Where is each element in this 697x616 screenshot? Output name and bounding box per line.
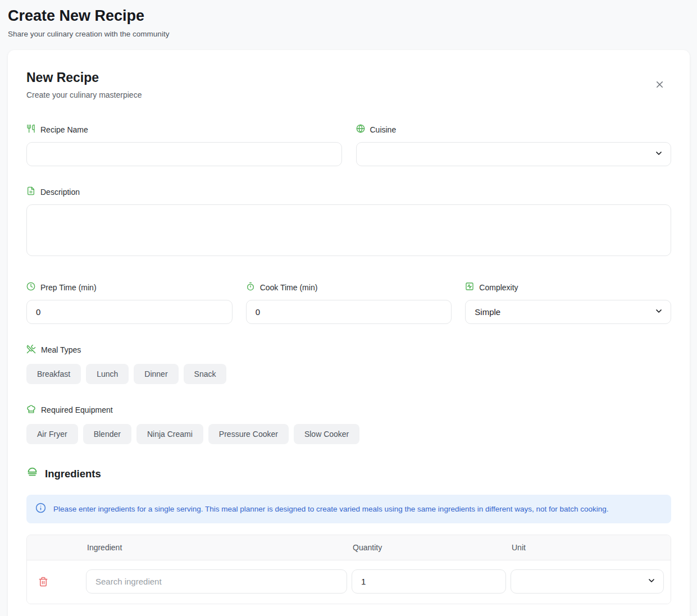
ingredients-heading: Ingredients: [26, 467, 671, 481]
equipment-air-fryer-button[interactable]: Air Fryer: [26, 424, 78, 444]
cook-time-input[interactable]: [246, 300, 452, 324]
document-icon: [26, 186, 35, 197]
prep-time-input[interactable]: [26, 300, 233, 324]
ingredients-info-banner: Please enter ingredients for a single se…: [26, 495, 671, 523]
column-header-unit: Unit: [511, 543, 671, 552]
equipment-buttons: Air Fryer Blender Ninja Creami Pressure …: [26, 424, 671, 444]
page-title: Create New Recipe: [8, 7, 689, 25]
column-header-ingredient: Ingredient: [86, 543, 352, 552]
ingredient-quantity-input[interactable]: [352, 569, 506, 594]
recipe-name-input[interactable]: [26, 142, 342, 166]
equipment-label: Required Equipment: [26, 404, 671, 416]
ingredients-table-header: Ingredient Quantity Unit: [27, 535, 671, 560]
trash-icon: [38, 580, 48, 588]
globe-icon: [356, 124, 365, 135]
info-icon: [35, 503, 46, 515]
salad-icon: [26, 467, 38, 481]
meal-type-lunch-button[interactable]: Lunch: [86, 364, 129, 384]
equipment-ninja-creami-button[interactable]: Ninja Creami: [136, 424, 203, 444]
clock-icon: [26, 282, 35, 293]
utensils-icon: [26, 124, 35, 135]
equipment-slow-cooker-button[interactable]: Slow Cooker: [294, 424, 359, 444]
cuisine-select[interactable]: [356, 142, 672, 166]
cook-time-group: Cook Time (min): [246, 282, 452, 324]
meal-types-label: Meal Types: [26, 344, 671, 355]
page-subtitle: Share your culinary creation with the co…: [8, 30, 689, 38]
utensils-crossed-icon: [26, 344, 36, 355]
meal-type-dinner-button[interactable]: Dinner: [134, 364, 178, 384]
cuisine-group: Cuisine: [356, 124, 672, 166]
prep-time-label: Prep Time (min): [26, 282, 233, 293]
close-icon: [654, 83, 665, 92]
close-button[interactable]: [653, 78, 666, 91]
delete-ingredient-button[interactable]: [37, 576, 49, 588]
ingredient-search-input[interactable]: [86, 569, 347, 594]
meal-type-snack-button[interactable]: Snack: [184, 364, 227, 384]
description-label: Description: [26, 186, 671, 197]
card-subtitle: Create your culinary masterpiece: [26, 90, 671, 99]
activity-icon: [465, 282, 474, 293]
chevron-down-icon: [647, 576, 656, 587]
recipe-name-group: Recipe Name: [26, 124, 342, 166]
complexity-select[interactable]: Simple: [465, 300, 671, 324]
prep-time-group: Prep Time (min): [26, 282, 233, 324]
meal-type-buttons: Breakfast Lunch Dinner Snack: [26, 364, 671, 384]
ingredients-table: Ingredient Quantity Unit: [26, 535, 671, 604]
complexity-group: Complexity Simple: [465, 282, 671, 324]
equipment-blender-button[interactable]: Blender: [83, 424, 131, 444]
meal-type-breakfast-button[interactable]: Breakfast: [26, 364, 81, 384]
equipment-pressure-cooker-button[interactable]: Pressure Cooker: [208, 424, 289, 444]
timer-icon: [246, 282, 255, 293]
description-group: Description: [26, 186, 671, 258]
ingredients-info-text: Please enter ingredients for a single se…: [53, 505, 609, 513]
complexity-label: Complexity: [465, 282, 671, 293]
ingredient-row: [27, 560, 671, 604]
equipment-group: Required Equipment Air Fryer Blender Nin…: [26, 404, 671, 444]
column-header-quantity: Quantity: [352, 543, 511, 552]
meal-types-group: Meal Types Breakfast Lunch Dinner Snack: [26, 344, 671, 384]
chevron-down-icon: [654, 307, 663, 317]
chef-hat-icon: [26, 404, 36, 416]
description-textarea[interactable]: [26, 204, 671, 256]
complexity-select-value: Simple: [475, 307, 500, 317]
recipe-name-label: Recipe Name: [26, 124, 342, 135]
cuisine-label: Cuisine: [356, 124, 672, 135]
cook-time-label: Cook Time (min): [246, 282, 452, 293]
ingredient-unit-select[interactable]: [511, 569, 664, 594]
page-header: Create New Recipe Share your culinary cr…: [0, 0, 697, 38]
chevron-down-icon: [654, 149, 663, 159]
card-title: New Recipe: [26, 70, 671, 85]
new-recipe-card: New Recipe Create your culinary masterpi…: [8, 50, 690, 616]
